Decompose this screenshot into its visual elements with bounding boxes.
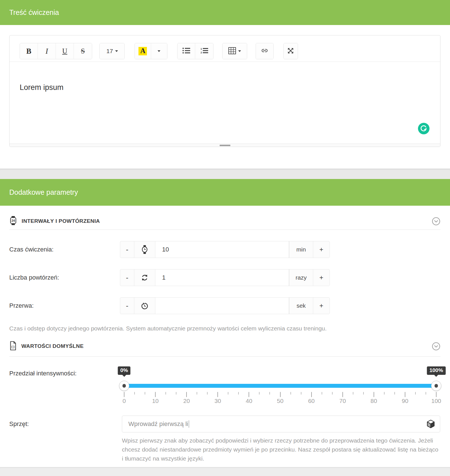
slider-tick <box>207 392 208 395</box>
row-equipment: Sprzęt: Wprowadź pierwszą li <box>9 416 440 432</box>
params-card-header: Dodatkowe parametry <box>0 179 450 206</box>
exercise-time-stepper: - min + <box>120 241 330 258</box>
slider-tick <box>176 392 176 395</box>
numbered-list-icon: 12 <box>201 47 208 55</box>
repetitions-input[interactable] <box>155 269 289 286</box>
fullscreen-button[interactable] <box>284 43 298 59</box>
slider-tick <box>415 392 416 395</box>
rich-text-editor: B I U S 17 A <box>9 35 440 147</box>
underline-button[interactable]: U <box>56 43 74 59</box>
slider-tick <box>290 392 291 395</box>
equipment-input[interactable]: Wprowadź pierwszą li <box>122 416 440 432</box>
svg-text:1: 1 <box>201 47 202 50</box>
slider-tick <box>145 392 145 395</box>
insert-table-button[interactable] <box>222 43 247 59</box>
slider-tick <box>228 392 228 395</box>
slider-tick <box>155 392 156 397</box>
slider-tick <box>280 392 281 397</box>
section-defaults-title: WARTOŚCI DOMYŚLNE <box>21 343 84 349</box>
slider-tick <box>363 392 364 395</box>
watch-icon <box>134 241 155 258</box>
slider-tick-label: 50 <box>277 398 283 404</box>
font-size-group: 17 <box>99 43 125 59</box>
font-color-button[interactable]: A <box>135 43 151 59</box>
slider-tick-label: 0 <box>122 398 126 404</box>
exercise-time-input[interactable] <box>155 241 289 258</box>
slider-tick-label: 60 <box>308 398 315 404</box>
braces-document-icon: { } <box>9 341 17 352</box>
slider-tick <box>384 392 385 395</box>
font-color-dropdown-button[interactable] <box>151 43 167 59</box>
decrement-button[interactable]: - <box>120 297 134 314</box>
increment-button[interactable]: + <box>313 269 330 286</box>
params-card-body: 24 INTERWAŁY I POWTÓRZENIA Czas ćwiczeni… <box>0 216 450 467</box>
break-input[interactable] <box>155 297 289 314</box>
expand-arrows-icon <box>287 47 294 55</box>
chevron-down-icon <box>238 50 241 52</box>
bullet-list-button[interactable] <box>178 43 195 59</box>
slider-tick <box>197 392 197 395</box>
slider-tick <box>269 392 270 395</box>
slider-tick <box>436 392 437 397</box>
increment-button[interactable]: + <box>313 241 330 258</box>
slider-max-tooltip: 100% <box>427 366 446 375</box>
highlight-color-icon: A <box>138 47 147 55</box>
exercise-time-unit: min <box>289 241 313 258</box>
insert-link-button[interactable] <box>256 43 273 59</box>
grammarly-icon[interactable] <box>418 123 429 134</box>
slider-tick-label: 10 <box>152 398 158 404</box>
editor-toolbar: B I U S 17 A <box>10 35 440 62</box>
font-size-button[interactable]: 17 <box>100 43 124 59</box>
link-group <box>256 43 274 59</box>
slider-tick <box>322 392 322 395</box>
slider-tick <box>374 392 374 397</box>
numbered-list-button[interactable]: 12 <box>195 43 213 59</box>
italic-button[interactable]: I <box>38 43 56 59</box>
slider-tick <box>217 392 218 397</box>
slider-tick <box>259 392 260 395</box>
exercise-time-label: Czas ćwiczenia: <box>9 246 120 253</box>
slider-ticks <box>124 392 436 398</box>
increment-button[interactable]: + <box>313 297 330 314</box>
slider-tick <box>165 392 166 395</box>
table-icon <box>228 47 236 55</box>
row-intensity: Przedział intensywności: 0% 100% 0102030… <box>9 357 440 406</box>
decrement-button[interactable]: - <box>120 241 134 258</box>
section-intervals-title: INTERWAŁY I POWTÓRZENIA <box>22 218 100 224</box>
text-cursor <box>189 420 189 428</box>
editor-text: Lorem ipsum <box>20 83 63 92</box>
cube-icon <box>426 420 435 429</box>
editor-content-area[interactable]: Lorem ipsum <box>10 62 440 144</box>
slider-tick <box>394 392 395 395</box>
slider-tick <box>426 392 426 395</box>
slider-min-tooltip: 0% <box>118 366 130 375</box>
equipment-hint: Wpisz pierwszy znak aby zobaczyć podpowi… <box>122 436 440 463</box>
chevron-down-icon <box>115 50 118 52</box>
slider-tick <box>238 392 239 395</box>
table-group <box>222 43 247 59</box>
next-section-edge <box>0 467 450 476</box>
row-exercise-time: Czas ćwiczenia: - min + <box>9 241 440 258</box>
history-clock-icon <box>134 297 155 314</box>
divider <box>9 230 440 230</box>
break-label: Przerwa: <box>9 302 120 309</box>
decrement-button[interactable]: - <box>120 269 134 286</box>
repetitions-stepper: - razy + <box>120 269 330 286</box>
collapse-defaults-button[interactable] <box>432 342 440 351</box>
bold-button[interactable]: B <box>20 43 38 59</box>
collapse-intervals-button[interactable] <box>432 217 440 226</box>
editor-resize-handle[interactable] <box>220 145 230 146</box>
row-repetitions: Liczba powtórzeń: - razy + <box>9 269 440 286</box>
content-card-header: Treść ćwiczenia <box>0 0 450 25</box>
slider-tick <box>124 392 124 397</box>
intensity-slider: 0% 100% 0102030405060708090100 <box>124 357 436 406</box>
sync-icon <box>134 269 155 286</box>
slider-tick <box>301 392 301 395</box>
slider-tick <box>134 392 135 395</box>
slider-track[interactable] <box>123 384 437 388</box>
strikethrough-button[interactable]: S <box>74 43 92 59</box>
row-break: Przerwa: - sek + <box>9 297 440 314</box>
slider-max-handle[interactable] <box>431 381 441 391</box>
bullet-list-icon <box>183 47 190 55</box>
slider-min-handle[interactable] <box>119 381 129 391</box>
